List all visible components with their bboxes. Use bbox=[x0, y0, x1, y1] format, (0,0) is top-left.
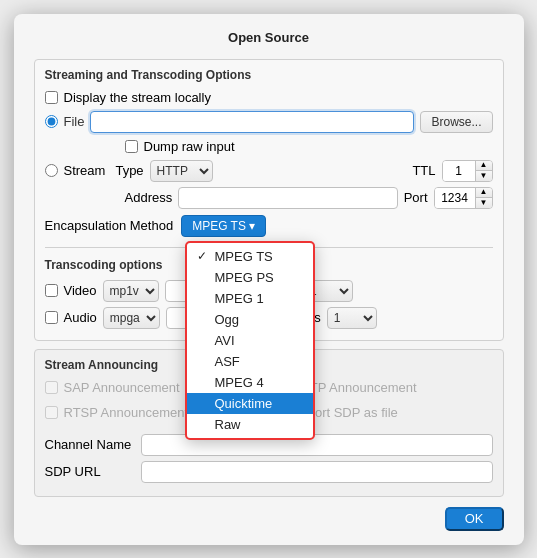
display-local-row: Display the stream locally bbox=[45, 90, 493, 105]
open-source-dialog: Open Source Streaming and Transcoding Op… bbox=[14, 14, 524, 545]
stream-row: Stream Type HTTP UDP RTP MMSH TTL ▲ ▼ bbox=[45, 160, 493, 182]
rtsp-checkbox[interactable] bbox=[45, 406, 58, 419]
encapsulation-dropdown: ✓ MPEG TS MPEG PS MPEG 1 Ogg AVI bbox=[185, 241, 315, 440]
ttl-up-arrow[interactable]: ▲ bbox=[476, 161, 492, 172]
dropdown-label-mpegts: MPEG TS bbox=[215, 249, 273, 264]
audio-label: Audio bbox=[64, 310, 97, 325]
audio-checkbox[interactable] bbox=[45, 311, 58, 324]
dropdown-label-mpeg1: MPEG 1 bbox=[215, 291, 264, 306]
streaming-section-title: Streaming and Transcoding Options bbox=[45, 68, 493, 82]
encapsulation-row: Encapsulation Method MPEG TS ▾ ✓ MPEG TS… bbox=[45, 215, 493, 237]
dropdown-label-mpeg4: MPEG 4 bbox=[215, 375, 264, 390]
dropdown-item-mpegps[interactable]: MPEG PS bbox=[187, 267, 313, 288]
ttl-arrows: ▲ ▼ bbox=[475, 161, 492, 181]
type-label: Type bbox=[115, 163, 143, 178]
port-down-arrow[interactable]: ▼ bbox=[476, 198, 492, 208]
ttl-stepper: ▲ ▼ bbox=[442, 160, 493, 182]
file-input[interactable] bbox=[90, 111, 414, 133]
dump-raw-label: Dump raw input bbox=[144, 139, 235, 154]
dropdown-label-asf: ASF bbox=[215, 354, 240, 369]
ok-button[interactable]: OK bbox=[445, 507, 504, 531]
dropdown-label-ogg: Ogg bbox=[215, 312, 240, 327]
encapsulation-button[interactable]: MPEG TS ▾ bbox=[181, 215, 266, 237]
dropdown-item-mpegts[interactable]: ✓ MPEG TS bbox=[187, 246, 313, 267]
check-mark-mpegts: ✓ bbox=[197, 249, 209, 263]
file-radio[interactable] bbox=[45, 115, 58, 128]
audio-codec-select[interactable]: mpga mp3 aac a52 bbox=[103, 307, 160, 329]
port-stepper: ▲ ▼ bbox=[434, 187, 493, 209]
sap-checkbox[interactable] bbox=[45, 381, 58, 394]
dump-raw-checkbox[interactable] bbox=[125, 140, 138, 153]
dialog-title: Open Source bbox=[34, 30, 504, 45]
video-label: Video bbox=[64, 283, 97, 298]
dump-raw-row: Dump raw input bbox=[125, 139, 493, 154]
file-label: File bbox=[64, 114, 85, 129]
dropdown-item-mpeg1[interactable]: MPEG 1 bbox=[187, 288, 313, 309]
port-arrows: ▲ ▼ bbox=[475, 188, 492, 208]
streaming-section: Streaming and Transcoding Options Displa… bbox=[34, 59, 504, 341]
sdp-url-input[interactable] bbox=[141, 461, 493, 483]
display-local-checkbox[interactable] bbox=[45, 91, 58, 104]
stream-label: Stream bbox=[64, 163, 106, 178]
dropdown-label-avi: AVI bbox=[215, 333, 235, 348]
audio-channels-select[interactable]: 1 2 4 bbox=[327, 307, 377, 329]
ttl-down-arrow[interactable]: ▼ bbox=[476, 171, 492, 181]
dropdown-item-avi[interactable]: AVI bbox=[187, 330, 313, 351]
port-input[interactable] bbox=[435, 188, 475, 208]
dropdown-item-ogg[interactable]: Ogg bbox=[187, 309, 313, 330]
dropdown-label-mpegps: MPEG PS bbox=[215, 270, 274, 285]
dropdown-label-raw: Raw bbox=[215, 417, 241, 432]
sdp-url-label: SDP URL bbox=[45, 464, 135, 479]
stream-radio[interactable] bbox=[45, 164, 58, 177]
ttl-label: TTL bbox=[412, 163, 435, 178]
encapsulation-label: Encapsulation Method bbox=[45, 218, 174, 233]
video-checkbox[interactable] bbox=[45, 284, 58, 297]
dialog-footer: OK bbox=[34, 507, 504, 531]
display-local-label: Display the stream locally bbox=[64, 90, 211, 105]
port-label: Port bbox=[404, 190, 428, 205]
sap-label: SAP Announcement bbox=[64, 380, 180, 395]
sdp-url-row: SDP URL bbox=[45, 461, 493, 483]
address-input[interactable] bbox=[178, 187, 397, 209]
channel-name-label: Channel Name bbox=[45, 437, 135, 452]
file-row: File Browse... bbox=[45, 111, 493, 133]
browse-button[interactable]: Browse... bbox=[420, 111, 492, 133]
ttl-input[interactable] bbox=[443, 161, 475, 181]
dropdown-item-asf[interactable]: ASF bbox=[187, 351, 313, 372]
port-up-arrow[interactable]: ▲ bbox=[476, 188, 492, 199]
address-row: Address Port ▲ ▼ bbox=[45, 187, 493, 209]
rtsp-label: RTSP Announcement bbox=[64, 405, 189, 420]
address-label: Address bbox=[125, 190, 173, 205]
dropdown-item-quicktime[interactable]: Quicktime bbox=[187, 393, 313, 414]
video-codec-select[interactable]: mp1v mp2v mp4v h264 bbox=[103, 280, 159, 302]
dropdown-label-quicktime: Quicktime bbox=[215, 396, 273, 411]
type-select[interactable]: HTTP UDP RTP MMSH bbox=[150, 160, 213, 182]
dropdown-item-mpeg4[interactable]: MPEG 4 bbox=[187, 372, 313, 393]
dropdown-item-raw[interactable]: Raw bbox=[187, 414, 313, 435]
